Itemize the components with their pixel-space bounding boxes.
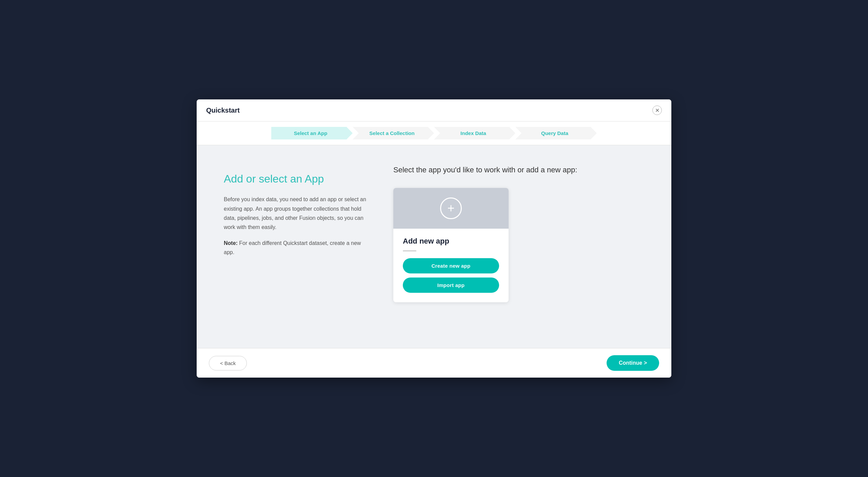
close-button[interactable]: ✕: [652, 106, 662, 115]
step-select-app-label: Select an App: [294, 130, 328, 136]
card-body: Add new app Create new app Import app: [393, 229, 509, 302]
modal-title: Quickstart: [206, 107, 240, 114]
left-note: Note: For each different Quickstart data…: [224, 238, 366, 257]
step-select-app[interactable]: Select an App: [271, 127, 353, 139]
note-text: For each different Quickstart dataset, c…: [224, 240, 361, 255]
step-index-data-label: Index Data: [460, 130, 486, 136]
steps-navigation: Select an App Select a Collection Index …: [197, 121, 671, 145]
card-title: Add new app: [403, 237, 499, 246]
left-panel: Add or select an App Before you index da…: [224, 166, 366, 328]
right-panel: Select the app you'd like to work with o…: [393, 166, 644, 328]
card-divider: [403, 250, 416, 251]
step-query-data-label: Query Data: [541, 130, 568, 136]
continue-button[interactable]: Continue >: [607, 355, 659, 371]
content-area: Add or select an App Before you index da…: [197, 145, 671, 348]
plus-circle-icon: +: [440, 197, 462, 219]
create-new-app-button[interactable]: Create new app: [403, 258, 499, 273]
right-heading: Select the app you'd like to work with o…: [393, 166, 644, 174]
step-select-collection[interactable]: Select a Collection: [353, 127, 434, 139]
import-app-button[interactable]: Import app: [403, 278, 499, 293]
note-label: Note:: [224, 240, 238, 246]
add-new-app-card: + Add new app Create new app Import app: [393, 188, 509, 302]
quickstart-modal: Quickstart ✕ Select an App Select a Coll…: [197, 99, 671, 378]
step-query-data[interactable]: Query Data: [515, 127, 597, 139]
modal-header: Quickstart ✕: [197, 99, 671, 121]
step-select-collection-label: Select a Collection: [369, 130, 414, 136]
left-heading: Add or select an App: [224, 172, 366, 185]
modal-footer: < Back Continue >: [197, 348, 671, 378]
step-index-data[interactable]: Index Data: [434, 127, 515, 139]
back-button[interactable]: < Back: [209, 356, 247, 370]
left-description: Before you index data, you need to add a…: [224, 195, 366, 232]
card-top-area: +: [393, 188, 509, 229]
